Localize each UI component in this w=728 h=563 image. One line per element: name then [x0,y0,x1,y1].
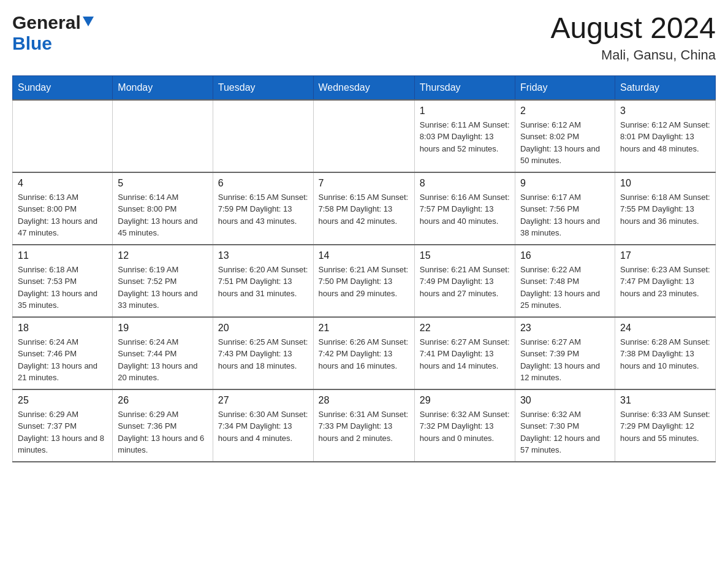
day-info: Sunrise: 6:18 AM Sunset: 7:55 PM Dayligh… [620,191,710,228]
table-row: 21Sunrise: 6:26 AM Sunset: 7:42 PM Dayli… [313,317,414,389]
table-row [13,100,113,172]
day-info: Sunrise: 6:21 AM Sunset: 7:49 PM Dayligh… [420,264,510,300]
day-number: 20 [218,323,308,334]
svg-marker-0 [83,17,94,26]
week-row-2: 4Sunrise: 6:13 AM Sunset: 8:00 PM Daylig… [13,172,716,245]
table-row: 19Sunrise: 6:24 AM Sunset: 7:44 PM Dayli… [113,317,213,389]
day-number: 7 [319,178,409,189]
day-number: 28 [319,395,409,406]
day-number: 31 [620,395,710,406]
day-info: Sunrise: 6:18 AM Sunset: 7:53 PM Dayligh… [18,264,107,312]
logo-triangle-icon [83,17,94,29]
table-row: 16Sunrise: 6:22 AM Sunset: 7:48 PM Dayli… [515,245,615,317]
col-wednesday: Wednesday [313,75,414,100]
day-number: 24 [620,323,710,334]
table-row: 22Sunrise: 6:27 AM Sunset: 7:41 PM Dayli… [414,317,515,389]
table-row: 4Sunrise: 6:13 AM Sunset: 8:00 PM Daylig… [13,172,113,245]
table-row: 23Sunrise: 6:27 AM Sunset: 7:39 PM Dayli… [515,317,615,389]
col-saturday: Saturday [615,75,716,100]
month-year-title: August 2024 [550,12,716,45]
day-number: 19 [118,323,207,334]
day-info: Sunrise: 6:24 AM Sunset: 7:44 PM Dayligh… [118,336,207,384]
day-number: 2 [520,105,610,117]
table-row: 2Sunrise: 6:12 AM Sunset: 8:02 PM Daylig… [515,100,615,172]
day-number: 25 [18,395,107,406]
table-row: 14Sunrise: 6:21 AM Sunset: 7:50 PM Dayli… [313,245,414,317]
day-info: Sunrise: 6:29 AM Sunset: 7:37 PM Dayligh… [18,408,107,456]
table-row [113,100,213,172]
day-number: 22 [420,323,510,334]
day-number: 6 [218,178,308,189]
day-info: Sunrise: 6:21 AM Sunset: 7:50 PM Dayligh… [319,264,409,300]
table-row: 31Sunrise: 6:33 AM Sunset: 7:29 PM Dayli… [615,389,716,462]
table-row: 24Sunrise: 6:28 AM Sunset: 7:38 PM Dayli… [615,317,716,389]
table-row: 25Sunrise: 6:29 AM Sunset: 7:37 PM Dayli… [13,389,113,462]
day-number: 10 [620,178,710,189]
day-number: 13 [218,250,308,261]
day-info: Sunrise: 6:15 AM Sunset: 7:59 PM Dayligh… [218,191,308,228]
day-info: Sunrise: 6:28 AM Sunset: 7:38 PM Dayligh… [620,336,710,372]
day-number: 30 [520,395,610,406]
day-number: 12 [118,250,207,261]
location-subtitle: Mali, Gansu, China [550,47,716,63]
day-info: Sunrise: 6:24 AM Sunset: 7:46 PM Dayligh… [18,336,107,384]
day-info: Sunrise: 6:32 AM Sunset: 7:32 PM Dayligh… [420,408,510,445]
day-number: 4 [18,178,107,189]
week-row-1: 1Sunrise: 6:11 AM Sunset: 8:03 PM Daylig… [13,100,716,172]
table-row: 26Sunrise: 6:29 AM Sunset: 7:36 PM Dayli… [113,389,213,462]
day-info: Sunrise: 6:16 AM Sunset: 7:57 PM Dayligh… [420,191,510,228]
day-number: 21 [319,323,409,334]
table-row: 7Sunrise: 6:15 AM Sunset: 7:58 PM Daylig… [313,172,414,245]
day-info: Sunrise: 6:25 AM Sunset: 7:43 PM Dayligh… [218,336,308,372]
table-row: 13Sunrise: 6:20 AM Sunset: 7:51 PM Dayli… [213,245,313,317]
col-thursday: Thursday [414,75,515,100]
week-row-3: 11Sunrise: 6:18 AM Sunset: 7:53 PM Dayli… [13,245,716,317]
day-info: Sunrise: 6:27 AM Sunset: 7:41 PM Dayligh… [420,336,510,372]
week-row-4: 18Sunrise: 6:24 AM Sunset: 7:46 PM Dayli… [13,317,716,389]
table-row [313,100,414,172]
col-friday: Friday [515,75,615,100]
day-info: Sunrise: 6:12 AM Sunset: 8:01 PM Dayligh… [620,119,710,155]
day-info: Sunrise: 6:15 AM Sunset: 7:58 PM Dayligh… [319,191,409,228]
day-info: Sunrise: 6:26 AM Sunset: 7:42 PM Dayligh… [319,336,409,372]
title-section: August 2024 Mali, Gansu, China [550,12,716,63]
col-tuesday: Tuesday [213,75,313,100]
day-number: 26 [118,395,207,406]
table-row: 27Sunrise: 6:30 AM Sunset: 7:34 PM Dayli… [213,389,313,462]
logo-general-text: General [12,12,81,33]
day-info: Sunrise: 6:29 AM Sunset: 7:36 PM Dayligh… [118,408,207,456]
day-info: Sunrise: 6:30 AM Sunset: 7:34 PM Dayligh… [218,408,308,445]
table-row: 8Sunrise: 6:16 AM Sunset: 7:57 PM Daylig… [414,172,515,245]
table-row: 30Sunrise: 6:32 AM Sunset: 7:30 PM Dayli… [515,389,615,462]
day-number: 23 [520,323,610,334]
day-number: 1 [420,105,510,117]
calendar-table: Sunday Monday Tuesday Wednesday Thursday… [12,75,716,462]
day-info: Sunrise: 6:32 AM Sunset: 7:30 PM Dayligh… [520,408,610,456]
day-info: Sunrise: 6:23 AM Sunset: 7:47 PM Dayligh… [620,264,710,300]
day-number: 16 [520,250,610,261]
table-row: 29Sunrise: 6:32 AM Sunset: 7:32 PM Dayli… [414,389,515,462]
col-sunday: Sunday [13,75,113,100]
day-number: 11 [18,250,107,261]
day-info: Sunrise: 6:20 AM Sunset: 7:51 PM Dayligh… [218,264,308,300]
day-number: 27 [218,395,308,406]
day-number: 9 [520,178,610,189]
day-number: 17 [620,250,710,261]
table-row: 15Sunrise: 6:21 AM Sunset: 7:49 PM Dayli… [414,245,515,317]
col-monday: Monday [113,75,213,100]
day-info: Sunrise: 6:31 AM Sunset: 7:33 PM Dayligh… [319,408,409,445]
table-row: 9Sunrise: 6:17 AM Sunset: 7:56 PM Daylig… [515,172,615,245]
day-number: 5 [118,178,207,189]
week-row-5: 25Sunrise: 6:29 AM Sunset: 7:37 PM Dayli… [13,389,716,462]
day-info: Sunrise: 6:33 AM Sunset: 7:29 PM Dayligh… [620,408,710,445]
day-info: Sunrise: 6:12 AM Sunset: 8:02 PM Dayligh… [520,119,610,167]
table-row: 17Sunrise: 6:23 AM Sunset: 7:47 PM Dayli… [615,245,716,317]
day-info: Sunrise: 6:19 AM Sunset: 7:52 PM Dayligh… [118,264,207,312]
day-info: Sunrise: 6:27 AM Sunset: 7:39 PM Dayligh… [520,336,610,384]
day-number: 29 [420,395,510,406]
day-info: Sunrise: 6:14 AM Sunset: 8:00 PM Dayligh… [118,191,207,239]
table-row: 1Sunrise: 6:11 AM Sunset: 8:03 PM Daylig… [414,100,515,172]
logo-blue-text: Blue [12,33,52,53]
logo: General Blue [12,12,94,54]
table-row: 11Sunrise: 6:18 AM Sunset: 7:53 PM Dayli… [13,245,113,317]
